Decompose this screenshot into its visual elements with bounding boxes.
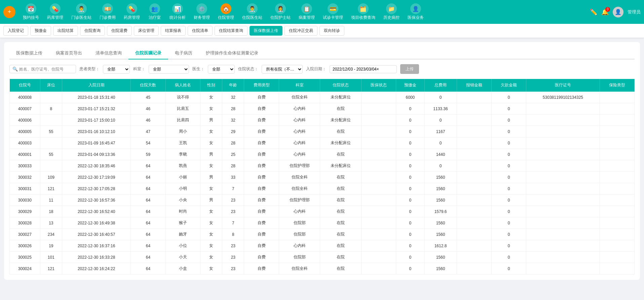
subnav-jiesuan[interactable]: 出院结算 [53,26,78,36]
cell-id: 300027 [10,229,40,240]
nav-tongji-label: 统计分析 [169,15,186,20]
upload-button[interactable]: 上传 [400,64,419,74]
dept-select[interactable]: 全部 心内科 住院全科 住院护理部 住院部 [149,65,189,74]
subnav-tuiyuan[interactable]: 住院退费 [107,26,132,36]
cell-name: 小盒 [165,263,200,274]
table-row[interactable]: 300030112022-12-30 16:57:3664小央男23自费住院护理… [10,195,635,206]
nav-lishi[interactable]: 📁 历史病控 [380,2,403,22]
tab-bingan[interactable]: 病案首页导出 [49,47,89,59]
cell-totalfee: 1167 [424,126,457,137]
subnav-yujiao[interactable]: 预缴金 [30,26,51,36]
cell-feetype: 自费 [244,115,279,126]
avatar[interactable]: 👤 [613,7,623,17]
date-range-picker[interactable]: 2022/12/03 - 2023/03/04× [330,65,397,73]
nav-xiangmu-icon: 🗂️ [358,3,369,14]
edit-icon[interactable]: ✏️ [590,8,597,16]
subnav-yibao[interactable]: 医保数据上传 [250,26,282,36]
cell-days: 64 [131,172,165,183]
subnav-qingdan[interactable]: 住院清单 [188,26,213,36]
table-row[interactable]: 400001552023-01-04 09:13:3659李晓男25自费心内科在… [10,149,635,160]
subnav-jiesuan2[interactable]: 住院结算查询 [215,26,248,36]
notification-bell[interactable]: 🔔 0 [601,8,609,16]
nav-zhuyuanyis[interactable]: 👨‍⚕️ 住院医生站 [239,2,266,22]
tab-dianzil[interactable]: 电子病历 [168,47,199,59]
table-row[interactable]: 3000241212022-12-30 16:24:2264小盒女23自费住院全… [10,263,635,274]
table-row[interactable]: 300029182022-12-30 16:52:4064时尚女23自费心内科在… [10,206,635,217]
table-row[interactable]: 400005552023-01-16 10:12:1047周小女29自费心内科在… [10,126,635,137]
subnav-chuwei[interactable]: 床位管理 [134,26,159,36]
table-row[interactable]: 4000082023-01-18 15:31:4045说不得女32自费住院全科未… [10,92,635,103]
cell-gender: 女 [200,92,222,103]
nav-yuyue-label: 预约挂号 [23,15,39,20]
table-row[interactable]: 4000062023-01-17 15:00:1046比肩四男32自费心内科未分… [10,115,635,126]
nav-caiwu[interactable]: ⚙️ 财务管理 [190,2,213,22]
nav-lishi-label: 历史病控 [383,15,400,20]
nav-menzhen[interactable]: 👨‍⚕️ 门诊医生站 [68,2,95,22]
table-row[interactable]: 3000321092022-12-30 17:19:0964小丽男33自费住院全… [10,172,635,183]
cell-feetype: 自费 [244,92,279,103]
status-select[interactable]: 所有在院（不… 在院 未分配床位 [262,65,303,74]
logo: + [3,6,15,18]
tab-yibao[interactable]: 医保数据上传 [9,47,49,59]
dept-label: 科室： [133,66,145,72]
table-row[interactable]: 3000311212022-12-30 17:05:2864小明女7自费住院全科… [10,183,635,195]
cell-instype [600,92,635,103]
cell-id: 300028 [10,217,40,229]
cell-feetype: 自费 [244,126,279,137]
table-row[interactable]: 3000332022-12-30 18:35:4664凯燕女28自费住院护理部未… [10,160,635,172]
cell-age: 23 [222,252,244,263]
nav-yuyue[interactable]: 📅 预约挂号 [20,2,42,22]
nav-yaofang[interactable]: 💊 药房管理 [120,2,143,22]
tab-hulizhen[interactable]: 护理操作生命体征测量记录 [199,47,265,59]
table-row[interactable]: 300028132022-12-30 16:49:3864猴子女7自费住院部在院… [10,217,635,229]
nav-zhuyuan[interactable]: 🏠 住院管理 [215,2,237,22]
table-row[interactable]: 40000782023-01-17 15:21:3246比肩五女28自费心内科在… [10,103,635,115]
table-row[interactable]: 3000251012022-12-30 16:33:2864小天女23自费住院部… [10,252,635,263]
tab-qingdan[interactable]: 清单信息查询 [89,47,128,59]
cell-status: 在院 [320,195,361,206]
search-input[interactable] [19,67,73,72]
subnav-ruyuan[interactable]: 入院登记 [3,26,28,36]
cell-name: 王凯 [165,137,200,149]
cell-admitdate: 2022-12-30 16:57:36 [62,195,130,206]
subnav-baobiao[interactable]: 结算报表 [161,26,186,36]
nav-yiyewu[interactable]: 👤 医保业务 [404,2,427,22]
cell-id: 300032 [10,172,40,183]
main-content: 医保数据上传 病案首页导出 清单信息查询 住院医嘱记录 电子病历 护理操作生命体… [0,38,644,284]
cell-owed: 0 [491,92,526,103]
search-field[interactable]: 🔍 [9,65,76,73]
cell-totalfee: 1560 [424,195,457,206]
th-status: 住院状态 [320,79,361,92]
nav-shika[interactable]: 💳 试诊卡管理 [319,2,346,22]
cell-deposit: 0 [396,137,424,149]
table-row[interactable]: 4000032023-01-09 16:45:4754王凯女28自费心内科未分配… [10,137,635,149]
nav-zhuyuanhu[interactable]: 👩‍⚕️ 住院护士站 [267,2,294,22]
cell-reimb [457,229,491,240]
subnav-chongzheng[interactable]: 住院冲正交易 [285,26,317,36]
cell-age: 32 [222,115,244,126]
cell-feetype: 自费 [244,183,279,195]
cell-gender: 女 [200,252,222,263]
tab-zhuyuan[interactable]: 住院医嘱记录 [128,47,168,59]
cell-insstatus [361,206,396,217]
table-row[interactable]: 300026192022-12-30 16:37:1664小位女23自费心内科在… [10,240,635,252]
nav-yaoku[interactable]: 💊 药库管理 [44,2,67,22]
doctor-select[interactable]: 全部 [208,65,235,74]
nav-menzhenfeiy[interactable]: 💴 门诊费用 [96,2,119,22]
cell-totalfee: 1560 [424,263,457,274]
cell-admitdate: 2023-01-18 15:31:40 [62,92,130,103]
nav-zhiliao[interactable]: 👥 治疗室 [145,2,165,22]
cell-reimb [457,126,491,137]
subnav-chaxun[interactable]: 住院查询 [80,26,105,36]
table-row[interactable]: 3000272342022-12-30 16:40:5764龅牙女8自费住院部在… [10,229,635,240]
nav-tongji[interactable]: 📊 统计分析 [166,2,189,22]
cell-bed: 121 [40,183,62,195]
th-days: 住院天数 [131,79,165,92]
cell-id: 300031 [10,183,40,195]
nav-menzhen-icon: 👨‍⚕️ [76,3,87,14]
th-bed: 床位 [40,79,62,92]
nav-bingan[interactable]: 📋 病案管理 [295,2,318,22]
nav-xiangmu[interactable]: 🗂️ 项目收费查询 [348,2,379,22]
subnav-shuangxiang[interactable]: 双向转诊 [319,26,344,36]
patient-type-select[interactable]: 全部 住院 门诊 [103,65,130,74]
